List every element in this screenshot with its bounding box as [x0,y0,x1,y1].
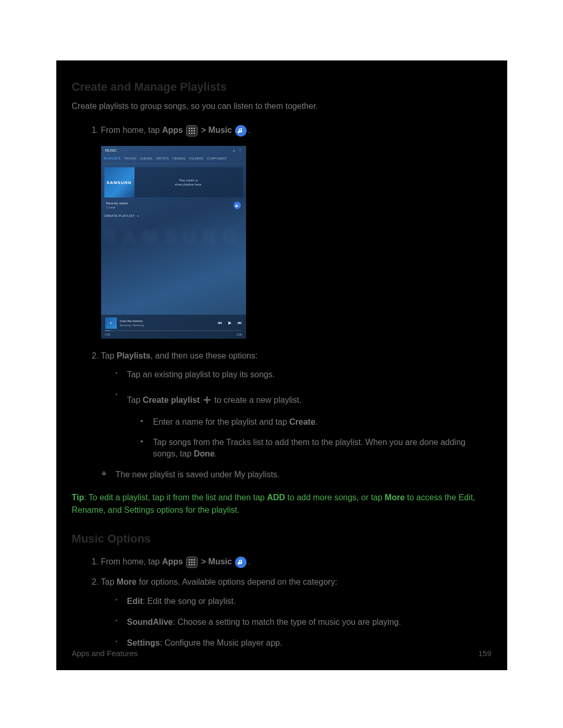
screenshot-wrap: MUSIC ⌕ ⋮ PLAYLISTS TRACKS ALBUMS ARTIST… [101,146,492,339]
now-playing-sub: Samsung / Samsung [120,324,144,327]
search-icon: ⌕ [233,148,235,153]
svg-point-2 [194,128,195,129]
next-icon: ⏭ [238,320,242,326]
svg-point-10 [191,559,193,561]
option-create: Tap Create playlist + to create a new pl… [116,390,492,460]
empty-msg: Play tracks toshow playlists here. [134,167,243,198]
create-playlist-row: CREATE PLAYLIST + [104,214,243,218]
svg-point-17 [194,564,195,566]
tab-composers: COMPOSERS [207,157,227,161]
apps-icon [186,557,198,568]
now-playing-bar: S Over the horizon Samsung / Samsung ⏮ ▶… [101,315,246,339]
tip-box: Tip: To edit a playlist, tap it from the… [72,491,492,516]
svg-point-15 [189,564,190,566]
substep-add-songs: Tap songs from the Tracks list to add th… [141,437,492,460]
option-existing: Tap an existing playlist to play its son… [116,369,492,380]
tab-albums: ALBUMS [140,157,153,161]
document-page: Create and Manage Playlists Create playl… [56,60,507,670]
result-note: The new playlist is saved under My playl… [72,469,492,480]
album-cover: SAMSUNG [104,167,134,198]
svg-point-7 [191,132,193,134]
svg-point-13 [191,562,193,563]
svg-point-9 [189,559,190,561]
step-2-options: Tap an existing playlist to play its son… [101,369,492,460]
music-icon [235,557,247,568]
svg-point-14 [194,562,195,563]
tab-tracks: TRACKS [124,157,137,161]
more-icon: ⋮ [238,148,242,153]
play-icon: ▶ [234,202,241,209]
time-current: 0:00 [105,333,111,337]
svg-point-4 [191,130,193,132]
tab-genres: GENRES [173,157,185,161]
option-edit: Edit: Edit the song or playlist. [116,596,492,607]
tab-playlists: PLAYLISTS [104,157,121,161]
options-list: Edit: Edit the song or playlist. SoundAl… [101,596,492,649]
music-icon [235,125,247,137]
playlists-steps: From home, tap Apps > Music . MUSIC ⌕ ⋮ [72,125,492,460]
footer-section: Apps and Features [72,648,138,659]
now-playing-title: Over the horizon [120,319,144,323]
options-steps: From home, tap Apps > Music . Tap More f… [72,556,492,649]
opt-step-1: From home, tap Apps > Music . [101,556,492,568]
option-soundalive: SoundAlive: Choose a setting to match th… [116,616,492,628]
tab-artists: ARTISTS [156,157,169,161]
footer-page-number: 159 [478,648,491,659]
progress-bar [105,330,242,331]
shot-title: MUSIC [105,148,117,153]
svg-point-5 [194,130,195,132]
svg-point-8 [194,132,195,134]
shot-tabs: PLAYLISTS TRACKS ALBUMS ARTISTS GENRES F… [101,155,246,165]
svg-point-11 [194,559,195,561]
step-2: Tap Playlists, and then use these option… [101,350,492,460]
watermark: SAMSUNG [101,224,246,250]
svg-point-0 [189,128,190,129]
now-playing-thumb: S [105,317,117,329]
tab-folders: FOLDERS [189,157,203,161]
svg-point-1 [191,128,193,129]
page-footer: Apps and Features 159 [72,648,492,659]
intro-text: Create playlists to group songs, so you … [72,101,492,112]
svg-point-6 [189,132,190,134]
opt-step-2: Tap More for options. Available options … [101,576,492,649]
music-app-screenshot: MUSIC ⌕ ⋮ PLAYLISTS TRACKS ALBUMS ARTIST… [101,146,246,339]
time-total: 2:58 [237,333,242,337]
apps-icon [186,125,198,137]
step-1-text: From home, tap Apps > Music . [101,126,250,134]
substep-name: Enter a name for the playlist and tap Cr… [141,416,492,428]
saved-note: The new playlist is saved under My playl… [101,469,492,480]
heading-playlists: Create and Manage Playlists [72,79,492,95]
plus-icon: + [202,392,212,408]
svg-point-3 [189,130,190,132]
create-substeps: Enter a name for the playlist and tap Cr… [127,416,492,460]
play-pause-icon: ▶ [228,320,231,326]
svg-point-16 [191,564,193,566]
prev-icon: ⏮ [218,320,222,326]
svg-point-12 [189,562,190,563]
plus-icon: + [137,214,139,218]
recently-added-row: Recently added 1 track ▶ [104,200,243,211]
heading-music-options: Music Options [72,531,492,547]
step-1: From home, tap Apps > Music . MUSIC ⌕ ⋮ [101,125,492,339]
